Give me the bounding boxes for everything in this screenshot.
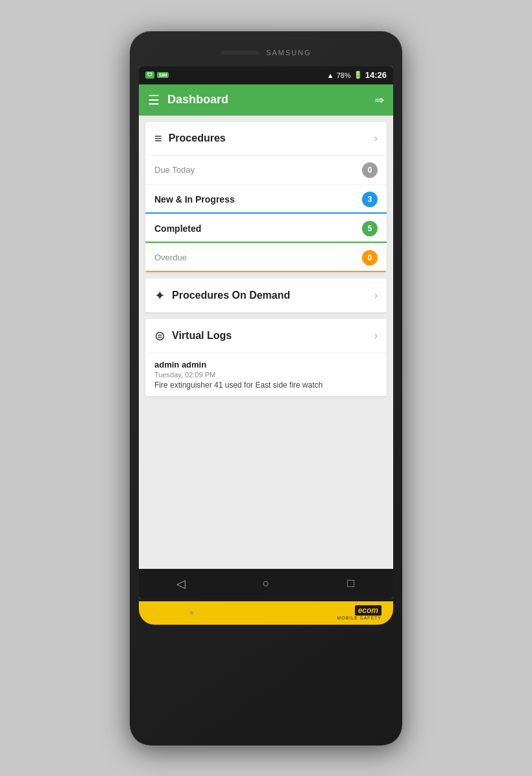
ce-mark: ⊕	[189, 610, 194, 616]
recents-button[interactable]: □	[338, 571, 364, 597]
on-demand-chevron: ›	[374, 290, 378, 301]
brand-label: SAMSUNG	[266, 49, 311, 56]
sim-icon: SIM	[157, 72, 169, 78]
mobile-safety-label: MOBILE SAFETY	[337, 616, 381, 620]
procedures-chevron: ›	[374, 132, 378, 144]
status-icons-left: 🛡 SIM	[145, 71, 169, 79]
speaker	[221, 51, 260, 55]
virtual-logs-icon: ⊜	[154, 328, 165, 344]
bottom-nav: ◁ ○ □	[139, 569, 393, 599]
virtual-logs-card: ⊜ Virtual Logs › admin admin Tuesday, 02…	[145, 319, 387, 396]
overdue-badge: 0	[362, 250, 378, 266]
on-demand-title: Procedures On Demand	[172, 290, 290, 301]
in-progress-label: New & In Progress	[154, 194, 235, 205]
phone-screen: 🛡 SIM ▲ 78% 🔋 14:26 ☰ Dashboard ⇒	[139, 66, 393, 599]
virtual-logs-chevron: ›	[374, 330, 378, 342]
ecom-label: ecom	[355, 605, 381, 616]
procedures-on-demand-left: ✦ Procedures On Demand	[154, 288, 290, 303]
status-icons-right: ▲ 78% 🔋 14:26	[327, 70, 387, 80]
completed-item[interactable]: Completed 5	[145, 214, 387, 243]
status-bar: 🛡 SIM ▲ 78% 🔋 14:26	[139, 66, 393, 84]
procedures-card-title: Procedures	[169, 132, 226, 144]
procedures-card: ≡ Procedures › Due Today 0 New & In Prog…	[145, 122, 387, 272]
procedures-card-header-left: ≡ Procedures	[154, 131, 226, 146]
due-today-badge: 0	[362, 162, 378, 178]
in-progress-badge: 3	[362, 192, 378, 207]
virtual-logs-title: Virtual Logs	[172, 330, 232, 342]
phone-top: SAMSUNG	[139, 43, 393, 62]
virtual-logs-header[interactable]: ⊜ Virtual Logs ›	[145, 319, 387, 353]
log-user: admin admin	[154, 360, 378, 369]
procedures-on-demand-header[interactable]: ✦ Procedures On Demand ›	[145, 279, 387, 312]
virtual-logs-left: ⊜ Virtual Logs	[154, 328, 232, 344]
completed-label: Completed	[154, 223, 201, 234]
bottom-label-bar: Tab-Ex® 01 ⊕ ecom MOBILE SAFETY	[139, 601, 393, 625]
wifi-icon: ▲	[327, 71, 334, 79]
app-bar-left: ☰ Dashboard	[148, 92, 228, 108]
app-bar: ☰ Dashboard ⇒	[139, 84, 393, 116]
due-today-label: Due Today	[154, 165, 195, 175]
log-message: Fire extinguisher 41 used for East side …	[154, 381, 378, 390]
log-time: Tuesday, 02:09 PM	[154, 371, 378, 379]
status-time: 14:26	[365, 70, 387, 80]
overdue-label: Overdue	[154, 253, 187, 262]
shield-icon: 🛡	[145, 71, 154, 79]
phone-device: SAMSUNG 🛡 SIM ▲ 78% 🔋 14:26 ☰ Dashboard	[130, 31, 402, 745]
overdue-underline	[145, 271, 387, 272]
tab-ex-label: Tab-Ex® 01	[151, 609, 186, 616]
content-area: ≡ Procedures › Due Today 0 New & In Prog…	[139, 116, 393, 569]
in-progress-item[interactable]: New & In Progress 3	[145, 184, 387, 214]
procedures-on-demand-card: ✦ Procedures On Demand ›	[145, 279, 387, 312]
menu-icon[interactable]: ☰	[148, 92, 160, 108]
on-demand-icon: ✦	[154, 288, 165, 303]
due-today-item[interactable]: Due Today 0	[145, 155, 387, 184]
log-entry: admin admin Tuesday, 02:09 PM Fire extin…	[145, 353, 387, 396]
action-icon[interactable]: ⇒	[374, 93, 384, 107]
completed-badge: 5	[362, 221, 378, 236]
procedures-icon: ≡	[154, 131, 162, 146]
back-button[interactable]: ◁	[168, 571, 194, 597]
battery-icon: 🔋	[354, 71, 363, 79]
home-button[interactable]: ○	[253, 571, 279, 597]
overdue-item[interactable]: Overdue 0	[145, 243, 387, 272]
battery-label: 78%	[337, 71, 351, 79]
app-bar-title: Dashboard	[167, 93, 228, 106]
procedures-card-header[interactable]: ≡ Procedures ›	[145, 122, 387, 155]
